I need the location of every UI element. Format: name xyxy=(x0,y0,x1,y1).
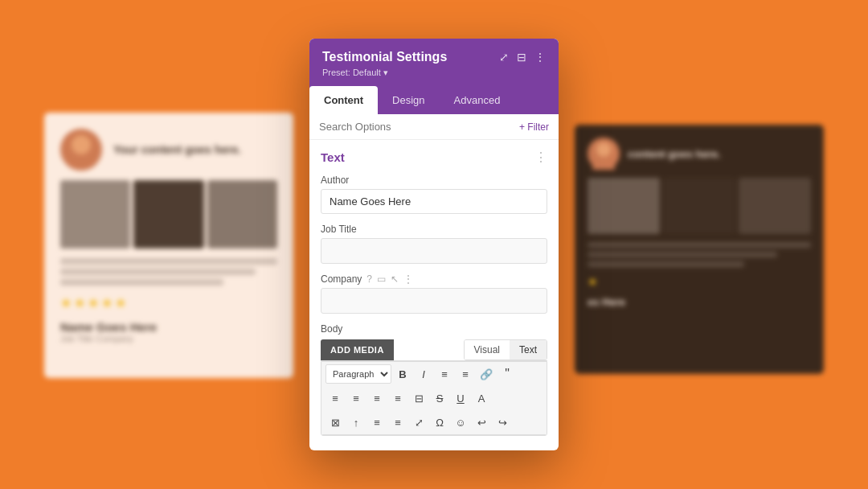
italic-button[interactable]: I xyxy=(414,364,433,384)
right-avatar xyxy=(588,138,620,170)
right-stars: ★ xyxy=(588,275,811,288)
right-img-2 xyxy=(663,178,735,234)
columns-icon[interactable]: ⊟ xyxy=(517,51,526,64)
star-2: ★ xyxy=(74,295,85,310)
undo-button[interactable]: ↩ xyxy=(472,413,491,432)
background-card-left: Your content goes here. ★ ★ ★ ★ ★ Name G… xyxy=(44,113,293,378)
tab-design[interactable]: Design xyxy=(378,86,439,114)
tab-content[interactable]: Content xyxy=(309,86,378,114)
svg-point-1 xyxy=(67,156,96,171)
link-button[interactable]: 🔗 xyxy=(477,364,496,384)
left-card-subtitle: Job Title Company xyxy=(60,334,277,343)
star-5: ★ xyxy=(115,295,126,310)
right-card-title: content goes here. xyxy=(628,148,721,160)
paragraph-select[interactable]: Paragraph xyxy=(326,364,391,384)
background-card-right: content goes here. ★ es Here xyxy=(575,125,824,374)
align-justify-button[interactable]: ≡ xyxy=(388,388,407,408)
filter-label: + Filter xyxy=(519,121,549,133)
text-tab[interactable]: Text xyxy=(510,340,547,360)
company-input[interactable] xyxy=(321,288,547,314)
visual-tab[interactable]: Visual xyxy=(465,340,510,360)
company-mobile-icon[interactable]: ▭ xyxy=(377,273,386,285)
right-img-3 xyxy=(739,178,811,234)
job-title-label: Job Title xyxy=(321,224,547,235)
svg-point-0 xyxy=(72,135,91,154)
company-more-icon[interactable]: ⋮ xyxy=(403,273,413,285)
right-name: es Here xyxy=(588,296,811,308)
right-img-1 xyxy=(588,178,660,234)
align-left-button[interactable]: ≡ xyxy=(326,388,345,408)
add-media-button[interactable]: ADD MEDIA xyxy=(321,339,394,360)
horizontal-rule-button[interactable]: ⊟ xyxy=(409,388,428,408)
toolbar-row-3: ⊠ ↑ ≡ ≡ ⤢ Ω ☺ ↩ ↪ xyxy=(321,410,547,434)
company-cursor-icon[interactable]: ↖ xyxy=(391,273,399,285)
underline-button[interactable]: U xyxy=(451,388,470,408)
modal-header: Testimonial Settings ⤢ ⊟ ⋮ Preset: Defau… xyxy=(309,39,559,86)
testimonial-settings-modal: Testimonial Settings ⤢ ⊟ ⋮ Preset: Defau… xyxy=(309,39,559,450)
emoji-button[interactable]: ☺ xyxy=(451,413,470,432)
search-bar: + Filter xyxy=(309,114,559,140)
tab-advanced[interactable]: Advanced xyxy=(440,86,515,114)
company-help-icon[interactable]: ? xyxy=(366,273,372,285)
more-icon[interactable]: ⋮ xyxy=(534,51,546,64)
ordered-list-button[interactable]: ≡ xyxy=(456,364,475,384)
left-img-3 xyxy=(207,180,277,249)
text-color-button[interactable]: A xyxy=(472,388,491,408)
star-1: ★ xyxy=(60,295,72,310)
body-label: Body xyxy=(321,323,547,335)
text-section-title: Text xyxy=(321,150,345,164)
toolbar-row-2: ≡ ≡ ≡ ≡ ⊟ S U A xyxy=(321,386,547,410)
left-img-2 xyxy=(133,180,203,249)
align-right-button[interactable]: ≡ xyxy=(367,388,387,408)
special-char-button[interactable]: Ω xyxy=(430,413,449,432)
company-label: Company ? ▭ ↖ ⋮ xyxy=(321,273,547,285)
wp-toolbar: Paragraph B I ≡ ≡ 🔗 " ≡ ≡ ≡ ≡ xyxy=(321,362,547,435)
job-title-field-group: Job Title xyxy=(309,219,559,269)
star-3: ★ xyxy=(88,295,99,310)
wp-editor: Paragraph B I ≡ ≡ 🔗 " ≡ ≡ ≡ ≡ xyxy=(321,361,547,436)
bold-button[interactable]: B xyxy=(393,364,412,384)
author-input[interactable] xyxy=(321,189,547,214)
modal-body: Text ⋮ Author Job Title Company ? ▭ ↖ ⋮ xyxy=(309,140,559,450)
indent-button[interactable]: ↑ xyxy=(346,413,366,432)
indent-right-button[interactable]: ≡ xyxy=(388,413,407,432)
star-4: ★ xyxy=(101,295,113,310)
redo-button[interactable]: ↪ xyxy=(493,413,512,432)
media-row: ADD MEDIA Visual Text xyxy=(321,339,547,361)
modal-tabs: Content Design Advanced xyxy=(309,86,559,114)
author-field-group: Author xyxy=(309,170,559,219)
left-card-name: Name Goes Here xyxy=(60,320,277,334)
text-section-menu[interactable]: ⋮ xyxy=(534,150,547,165)
author-label: Author xyxy=(321,175,547,186)
toolbar-row-1: Paragraph B I ≡ ≡ 🔗 " xyxy=(321,362,547,386)
body-section: Body ADD MEDIA Visual Text Paragraph xyxy=(309,318,559,441)
outdent-button[interactable]: ≡ xyxy=(367,413,387,432)
svg-point-2 xyxy=(596,142,611,157)
fullscreen-editor-button[interactable]: ⤢ xyxy=(409,413,428,432)
fullscreen-icon[interactable]: ⤢ xyxy=(499,51,509,64)
modal-title: Testimonial Settings xyxy=(322,50,447,64)
align-center-button[interactable]: ≡ xyxy=(346,388,366,408)
text-section-header: Text ⋮ xyxy=(309,140,559,170)
svg-point-3 xyxy=(592,160,615,170)
search-input[interactable] xyxy=(319,121,513,133)
blockquote-button[interactable]: " xyxy=(497,364,517,384)
strikethrough-button[interactable]: S xyxy=(430,388,449,408)
modal-header-icons: ⤢ ⊟ ⋮ xyxy=(499,51,546,64)
view-tabs: Visual Text xyxy=(464,339,547,360)
unordered-list-button[interactable]: ≡ xyxy=(435,364,454,384)
left-card-title: Your content goes here. xyxy=(113,143,241,156)
modal-preset[interactable]: Preset: Default ▾ xyxy=(322,68,546,78)
left-avatar xyxy=(60,129,102,171)
paste-word-button[interactable]: ⊠ xyxy=(326,413,345,432)
company-field-group: Company ? ▭ ↖ ⋮ xyxy=(309,269,559,318)
filter-button[interactable]: + Filter xyxy=(519,121,549,133)
left-img-1 xyxy=(60,180,130,249)
job-title-input[interactable] xyxy=(321,238,547,264)
